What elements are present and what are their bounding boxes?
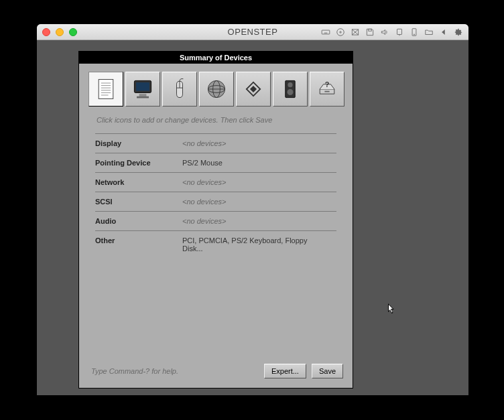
audio-icon[interactable] (273, 72, 308, 107)
disc-icon[interactable] (336, 27, 345, 37)
summary-icon[interactable] (88, 72, 123, 107)
expert-button[interactable]: Expert... (264, 364, 306, 378)
svg-point-7 (340, 31, 341, 32)
titlebar: OPENSTEP (37, 24, 468, 40)
save-button[interactable]: Save (312, 364, 343, 378)
minimize-button[interactable] (56, 28, 64, 36)
svg-rect-34 (250, 86, 257, 92)
device-label: Display (95, 139, 182, 147)
zoom-button[interactable] (69, 28, 77, 36)
mouse-icon[interactable] (162, 72, 197, 107)
network-icon[interactable] (199, 72, 234, 107)
svg-text:?: ? (325, 80, 330, 88)
tablet-icon[interactable] (410, 27, 419, 37)
close-button[interactable] (42, 28, 50, 36)
device-config-window: Summary of Devices (78, 51, 353, 389)
device-value: <no devices> (182, 139, 226, 147)
device-row: Other PCI, PCMCIA, PS/2 Keyboard, Floppy… (95, 230, 336, 258)
button-row: Expert... Save (264, 364, 343, 378)
device-label: SCSI (95, 198, 182, 206)
device-row: Audio <no devices> (95, 211, 336, 230)
emulator-window: OPENSTEP Summary of Devices (37, 24, 468, 395)
device-label: Other (95, 236, 182, 253)
svg-point-6 (337, 28, 344, 36)
window-title: OPENSTEP (228, 27, 278, 37)
floppy-icon[interactable] (365, 27, 375, 37)
help-text: Type Command-? for help. (91, 367, 178, 375)
device-label: Pointing Device (95, 159, 182, 167)
gear-icon[interactable] (454, 27, 463, 37)
emulator-toolbar (321, 27, 463, 37)
volume-icon[interactable] (380, 27, 389, 37)
svg-rect-12 (397, 29, 402, 34)
svg-rect-11 (369, 29, 372, 31)
window-controls (42, 28, 77, 36)
device-list: Display <no devices> Pointing Device PS/… (95, 133, 336, 258)
folder-icon[interactable] (424, 27, 434, 37)
network-small-icon[interactable] (395, 27, 404, 37)
svg-rect-16 (99, 80, 113, 99)
device-row: Display <no devices> (95, 133, 336, 153)
svg-rect-0 (322, 30, 330, 34)
device-value: PCI, PCMCIA, PS/2 Keyboard, Floppy Disk.… (182, 236, 316, 253)
svg-point-37 (288, 89, 294, 95)
device-label: Network (95, 178, 182, 186)
device-value: <no devices> (182, 198, 226, 206)
save-icon[interactable] (351, 27, 360, 37)
instruction-text: Click icons to add or change devices. Th… (97, 116, 344, 124)
app-body: ? Click icons to add or change devices. … (79, 64, 353, 266)
device-value: PS/2 Mouse (182, 159, 223, 167)
back-icon[interactable] (439, 27, 448, 37)
display-icon[interactable] (125, 72, 160, 107)
vm-screen: Summary of Devices (37, 40, 468, 395)
device-value: <no devices> (182, 178, 226, 186)
device-row: Pointing Device PS/2 Mouse (95, 153, 336, 172)
svg-rect-24 (136, 82, 149, 91)
mouse-cursor (388, 303, 396, 316)
svg-rect-26 (137, 96, 149, 98)
app-window-title: Summary of Devices (79, 52, 353, 64)
svg-rect-25 (139, 94, 147, 96)
category-icon-row: ? (88, 72, 344, 107)
svg-point-36 (288, 82, 292, 87)
keyboard-icon[interactable] (321, 27, 330, 37)
footer: Type Command-? for help. Expert... Save (91, 364, 343, 378)
scsi-icon[interactable] (236, 72, 271, 107)
device-row: SCSI <no devices> (95, 192, 336, 211)
device-row: Network <no devices> (95, 172, 336, 192)
device-label: Audio (95, 217, 182, 225)
svg-rect-39 (324, 91, 329, 92)
other-icon[interactable]: ? (310, 72, 344, 107)
svg-point-15 (414, 33, 414, 34)
device-value: <no devices> (182, 217, 226, 225)
